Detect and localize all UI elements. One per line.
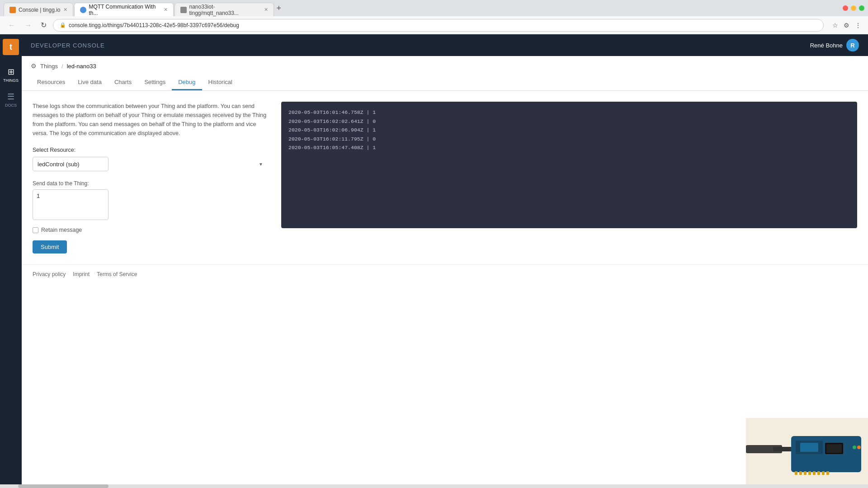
window-close[interactable] (843, 5, 848, 11)
tab-livedata[interactable]: Live data (71, 75, 108, 90)
svg-point-16 (853, 446, 856, 449)
browser-tab-2[interactable]: MQTT Communication With th... ✕ (74, 3, 174, 16)
tab-title-2: MQTT Communication With th... (89, 4, 161, 16)
info-text: These logs show the communication betwee… (33, 102, 268, 138)
log-line-5: 2020-05-03T16:05:47.408Z | 1 (288, 143, 850, 152)
svg-rect-15 (826, 471, 829, 475)
window-minimize[interactable] (851, 5, 856, 11)
tab-close-1[interactable]: ✕ (63, 7, 67, 13)
tab-favicon-3 (180, 7, 187, 13)
retain-row: Retain message (33, 227, 268, 233)
docs-icon: ☰ (7, 92, 14, 102)
tab-favicon-1 (9, 7, 16, 13)
thing-header: ⚙ Things / led-nano33 Resources Live dat… (22, 56, 868, 91)
app: t ⊞ THINGS ☰ DOCS DEVELOPER CONSOLE René… (0, 34, 868, 488)
svg-rect-5 (800, 443, 818, 452)
topbar-user: René Bohne R (810, 39, 859, 52)
submit-button[interactable]: Submit (33, 240, 67, 253)
tab-favicon-2 (80, 7, 86, 13)
address-text: console.tingg.io/things/7b440113-208c-42… (69, 22, 239, 28)
log-line-1: 2020-05-03T16:01:46.758Z | 1 (288, 108, 850, 117)
tab-charts[interactable]: Charts (108, 75, 138, 90)
user-avatar[interactable]: R (846, 39, 859, 52)
browser-chrome: Console | tingg.io ✕ MQTT Communication … (0, 0, 868, 16)
browser-tabs: Console | tingg.io ✕ MQTT Communication … (4, 0, 283, 16)
things-icon: ⊞ (8, 67, 14, 77)
log-line-4: 2020-05-03T16:02:11.795Z | 0 (288, 135, 850, 144)
tab-settings[interactable]: Settings (138, 75, 172, 90)
corner-image (746, 418, 868, 488)
breadcrumb-separator: / (61, 63, 63, 70)
window-maximize[interactable] (859, 5, 864, 11)
send-data-label: Send data to the Thing: (33, 180, 268, 187)
tab-historical[interactable]: Historical (202, 75, 239, 90)
thing-tabs: Resources Live data Charts Settings Debu… (31, 75, 859, 90)
svg-rect-11 (808, 471, 811, 475)
select-resource-label: Select Resource: (33, 147, 268, 153)
back-button[interactable]: ← (5, 19, 18, 31)
tab-resources[interactable]: Resources (31, 75, 71, 90)
lock-icon: 🔒 (60, 22, 66, 28)
page-footer: Privacy policy Imprint Terms of Service (22, 264, 868, 284)
bookmark-button[interactable]: ☆ (831, 20, 840, 30)
breadcrumb-things-link[interactable]: Things (40, 63, 58, 70)
svg-rect-14 (822, 471, 825, 475)
main-wrapper: DEVELOPER CONSOLE René Bohne R ⚙ Things … (22, 34, 868, 488)
thing-name: led-nano33 (67, 63, 96, 70)
svg-rect-7 (826, 444, 842, 453)
sidebar-item-things[interactable]: ⊞ THINGS (0, 62, 22, 87)
reload-button[interactable]: ↻ (38, 19, 49, 31)
tab-title-3: nano33iot-tingg/mqtt_nano33... (189, 4, 261, 16)
menu-button[interactable]: ⋮ (854, 20, 863, 30)
footer-imprint[interactable]: Imprint (73, 271, 90, 277)
sidebar-item-docs[interactable]: ☰ DOCS (0, 87, 22, 112)
scrollbar-thumb[interactable] (18, 484, 108, 488)
address-bar[interactable]: 🔒 console.tingg.io/things/7b440113-208c-… (53, 19, 824, 32)
breadcrumb: ⚙ Things / led-nano33 (31, 62, 859, 70)
debug-console: 2020-05-03T16:01:46.758Z | 1 2020-05-03T… (281, 102, 857, 228)
tab-close-3[interactable]: ✕ (264, 7, 268, 13)
sidebar-things-label: THINGS (3, 78, 19, 83)
content-body: These logs show the communication betwee… (22, 91, 868, 264)
topbar: DEVELOPER CONSOLE René Bohne R (22, 34, 868, 56)
thing-icon: ⚙ (31, 62, 37, 70)
svg-rect-12 (813, 471, 816, 475)
retain-label: Retain message (41, 227, 82, 233)
content-area: ⚙ Things / led-nano33 Resources Live dat… (22, 56, 868, 488)
browser-tab-3[interactable]: nano33iot-tingg/mqtt_nano33... ✕ (175, 3, 274, 16)
forward-button[interactable]: → (22, 19, 34, 31)
extensions-button[interactable]: ⚙ (842, 20, 851, 30)
svg-point-17 (857, 446, 861, 449)
svg-rect-8 (795, 471, 797, 475)
resource-select[interactable]: ledControl (sub) (33, 157, 108, 171)
user-name: René Bohne (810, 42, 843, 49)
arduino-board-svg (746, 418, 868, 488)
topbar-title: DEVELOPER CONSOLE (31, 42, 105, 49)
left-panel: These logs show the communication betwee… (33, 102, 268, 253)
tab-debug[interactable]: Debug (172, 75, 202, 90)
sidebar-docs-label: DOCS (5, 103, 17, 108)
svg-rect-10 (804, 471, 807, 475)
footer-terms[interactable]: Terms of Service (97, 271, 137, 277)
svg-rect-9 (799, 471, 802, 475)
resource-select-wrapper: ledControl (sub) ▼ (33, 157, 268, 171)
browser-scrollbar[interactable] (0, 484, 868, 488)
browser-actions: ☆ ⚙ ⋮ (831, 20, 863, 30)
browser-nav-bar: ← → ↻ 🔒 console.tingg.io/things/7b440113… (0, 16, 868, 34)
new-tab-button[interactable]: + (275, 4, 283, 13)
app-logo[interactable]: t (3, 39, 19, 55)
retain-checkbox[interactable] (33, 227, 38, 233)
right-panel: 2020-05-03T16:01:46.758Z | 1 2020-05-03T… (281, 102, 857, 253)
tab-title-1: Console | tingg.io (19, 7, 61, 13)
log-line-3: 2020-05-03T16:02:06.904Z | 1 (288, 126, 850, 135)
tab-close-2[interactable]: ✕ (164, 7, 168, 13)
browser-tab-1[interactable]: Console | tingg.io ✕ (4, 3, 73, 16)
footer-privacy[interactable]: Privacy policy (33, 271, 66, 277)
svg-rect-13 (817, 471, 820, 475)
sidebar: t ⊞ THINGS ☰ DOCS (0, 34, 22, 488)
message-input[interactable] (33, 189, 108, 220)
select-arrow-icon: ▼ (259, 162, 263, 167)
log-line-2: 2020-05-03T16:02:02.641Z | 0 (288, 117, 850, 126)
